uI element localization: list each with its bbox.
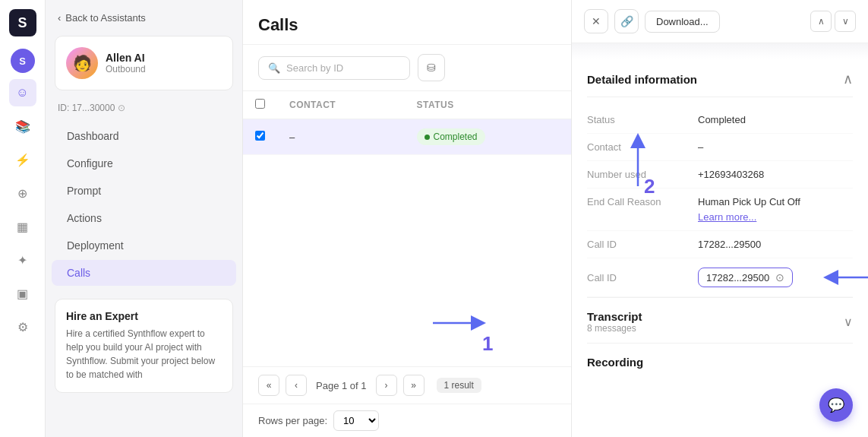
settings-nav-icon[interactable]: ⚙ <box>9 313 36 340</box>
back-to-assistants-link[interactable]: ‹ Back to Assistants <box>46 12 242 36</box>
end-call-row-top: End Call Reason Human Pick Up Cut Off <box>587 196 800 207</box>
status-label-key: Status <box>587 114 686 125</box>
main-area: Calls 🔍 Search by ID ⛁ CONTACT ST <box>243 0 868 437</box>
transcript-title: Transcript <box>587 310 642 323</box>
transcript-section[interactable]: Transcript 8 messages ∨ <box>587 297 853 343</box>
calls-table-container: CONTACT STATUS – Completed <box>243 91 571 366</box>
chat-support-button[interactable]: 💬 <box>819 388 853 422</box>
page-indicator: Page 1 of 1 <box>313 380 370 391</box>
call-id-value: 17282...29500 <box>706 272 769 283</box>
billing-nav-icon[interactable]: ▣ <box>9 280 36 307</box>
panel-header: ✕ 🔗 Download... ∧ ∨ <box>572 0 868 43</box>
status-dot <box>425 135 430 140</box>
robot-nav-icon[interactable]: ☺ <box>9 79 36 106</box>
call-id-box: 17282...29500 ⊙ <box>698 268 793 287</box>
calls-toolbar: 🔍 Search by ID ⛁ <box>243 45 571 91</box>
contact-column-header: CONTACT <box>277 91 405 119</box>
contact-value: – <box>698 141 853 153</box>
callid-area: 17282...29500 ⊙ 3 <box>698 266 868 289</box>
icon-sidebar: S S ☺ 📚 ⚡ ⊕ ▦ ✦ ▣ ⚙ <box>0 0 46 437</box>
info-row-end-call: End Call Reason Human Pick Up Cut Off Le… <box>587 188 853 231</box>
sidebar-item-configure[interactable]: Configure <box>52 150 236 176</box>
copy-id-icon[interactable]: ⊙ <box>118 103 125 113</box>
detailed-info-section-header: Detailed information ∧ <box>587 59 853 97</box>
sidebar-item-prompt[interactable]: Prompt <box>52 178 236 204</box>
search-icon: 🔍 <box>268 62 280 74</box>
scroll-fade <box>572 43 868 59</box>
close-panel-button[interactable]: ✕ <box>584 9 608 33</box>
lightning-nav-icon[interactable]: ⚡ <box>9 146 36 173</box>
row-checkbox-cell <box>243 119 277 155</box>
panel-header-actions: ✕ 🔗 Download... <box>584 9 720 33</box>
download-button[interactable]: Download... <box>645 11 720 33</box>
puzzle-nav-icon[interactable]: ✦ <box>9 246 36 274</box>
sidebar-item-dashboard[interactable]: Dashboard <box>52 123 236 149</box>
panel-body: Detailed information ∧ Status Completed … <box>572 59 868 384</box>
sidebar-item-deployment[interactable]: Deployment <box>52 233 236 258</box>
close-icon: ✕ <box>592 15 601 27</box>
prev-record-button[interactable]: ∧ <box>810 11 832 32</box>
back-link-label: Back to Assistants <box>65 12 146 24</box>
recording-section: Recording <box>587 343 853 369</box>
sidebar-item-calls[interactable]: Calls <box>52 260 236 286</box>
back-arrow-icon: ‹ <box>58 12 61 24</box>
rows-per-page-select[interactable]: 10 25 50 100 <box>333 410 379 431</box>
info-row-timestamp: Call ID 17282...29500 <box>587 231 853 258</box>
callid-label-key: Call ID <box>587 272 686 283</box>
learn-more-row: Learn more... <box>587 211 756 223</box>
info-row-status: Status Completed <box>587 106 853 134</box>
learn-more-link[interactable]: Learn more... <box>698 211 756 223</box>
book-nav-icon[interactable]: 📚 <box>9 112 36 140</box>
rows-per-page-label: Rows per page: <box>258 415 327 426</box>
calls-table: CONTACT STATUS – Completed <box>243 91 571 155</box>
agent-type: Outbound <box>106 64 146 74</box>
hire-card-description: Hire a certified Synthflow expert to hel… <box>66 327 222 382</box>
status-badge: Completed <box>417 128 485 145</box>
app-logo: S <box>9 9 36 36</box>
table-nav-icon[interactable]: ▦ <box>9 213 36 240</box>
contact-label-key: Contact <box>587 141 686 153</box>
user-avatar[interactable]: S <box>11 49 35 73</box>
annotation-arrow-3-svg: 3 <box>823 266 868 289</box>
filter-button[interactable]: ⛁ <box>418 54 445 81</box>
status-label: Completed <box>434 131 478 142</box>
select-all-column <box>243 91 277 119</box>
status-value: Completed <box>698 114 853 125</box>
next-page-button[interactable]: › <box>376 375 397 396</box>
row-checkbox[interactable] <box>255 131 265 141</box>
filter-icon: ⛁ <box>427 62 436 74</box>
status-column-header: STATUS <box>405 91 571 119</box>
transcript-expand-icon[interactable]: ∨ <box>844 315 853 329</box>
recording-title: Recording <box>587 356 643 369</box>
calls-table-body: – Completed <box>243 119 571 155</box>
chat-icon: 💬 <box>828 397 844 413</box>
calls-table-header: CONTACT STATUS <box>243 91 571 119</box>
calls-main-content: Calls 🔍 Search by ID ⛁ CONTACT ST <box>243 0 572 437</box>
number-value: +12693403268 <box>698 169 853 180</box>
link-icon: 🔗 <box>620 15 633 27</box>
table-row[interactable]: – Completed <box>243 119 571 155</box>
search-box[interactable]: 🔍 Search by ID <box>258 56 410 80</box>
number-label-key: Number used <box>587 169 686 180</box>
sidebar-item-actions[interactable]: Actions <box>52 205 236 231</box>
end-call-value: Human Pick Up Cut Off <box>698 196 800 207</box>
copy-callid-icon[interactable]: ⊙ <box>775 271 784 283</box>
agent-card: 🧑 Allen AI Outbound <box>55 36 233 90</box>
agent-info: Allen AI Outbound <box>106 52 146 74</box>
search-placeholder: Search by ID <box>286 62 343 74</box>
next-record-button[interactable]: ∨ <box>835 11 856 32</box>
info-row-callid: Call ID 17282...29500 ⊙ 3 <box>587 258 853 297</box>
agent-avatar: 🧑 <box>66 47 98 79</box>
network-nav-icon[interactable]: ⊕ <box>9 179 36 207</box>
left-navigation: ‹ Back to Assistants 🧑 Allen AI Outbound… <box>46 0 243 437</box>
last-page-button[interactable]: » <box>403 375 425 396</box>
result-count: 1 result <box>437 378 481 393</box>
collapse-icon[interactable]: ∧ <box>843 71 853 87</box>
detailed-info-title: Detailed information <box>587 73 697 86</box>
prev-page-button[interactable]: ‹ <box>286 375 307 396</box>
first-page-button[interactable]: « <box>258 375 279 396</box>
agent-id-text: ID: 17...30000 <box>58 103 115 113</box>
transcript-count: 8 messages <box>587 323 642 334</box>
select-all-checkbox[interactable] <box>255 99 265 109</box>
link-button[interactable]: 🔗 <box>614 9 639 33</box>
